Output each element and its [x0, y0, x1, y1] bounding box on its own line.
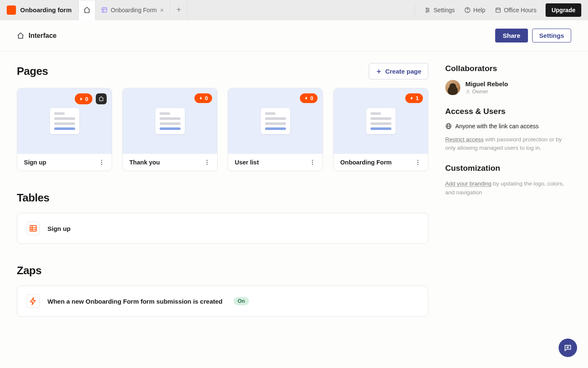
badge-count: 0 [310, 95, 313, 101]
svg-point-33 [467, 90, 469, 92]
svg-rect-0 [102, 8, 106, 12]
page-more-button[interactable] [204, 159, 210, 166]
restrict-access-link[interactable]: Restrict access [445, 136, 484, 143]
home-icon [17, 32, 24, 40]
zap-name: When a new Onboarding Form form submissi… [47, 298, 223, 305]
svg-point-19 [101, 164, 102, 164]
plus-icon: + [176, 5, 181, 15]
help-icon [464, 7, 471, 13]
chat-icon [564, 344, 572, 352]
calendar-icon [495, 7, 501, 13]
svg-point-26 [417, 160, 418, 161]
page-card-title: Onboarding Form [340, 159, 415, 166]
header-help[interactable]: Help [464, 7, 486, 13]
collaborator-name: Miguel Rebelo [465, 80, 508, 87]
home-icon [83, 6, 91, 14]
avatar [445, 80, 460, 95]
collaborator-role: Owner [465, 88, 508, 95]
svg-point-10 [467, 11, 468, 12]
header-settings[interactable]: Settings [424, 7, 455, 13]
access-description: Restrict access with password protection… [445, 135, 571, 153]
svg-point-7 [428, 9, 429, 11]
chat-fab[interactable] [559, 339, 577, 357]
badge-count: 1 [416, 95, 419, 101]
close-icon[interactable]: × [160, 6, 164, 13]
page-thumbnail: 1 [333, 88, 428, 154]
zap-status-badge: On [234, 297, 249, 305]
svg-point-23 [312, 160, 313, 161]
svg-point-17 [101, 160, 102, 161]
customization-description: Add your branding by updating the logo, … [445, 180, 571, 197]
badge-count: 0 [85, 96, 88, 102]
svg-point-6 [426, 8, 428, 9]
header-office-hours[interactable]: Office Hours [495, 7, 537, 13]
share-button[interactable]: Share [495, 29, 528, 42]
app-logo [7, 5, 16, 15]
zaps-list: When a new Onboarding Form form submissi… [17, 286, 428, 317]
create-page-button[interactable]: Create page [369, 63, 428, 79]
sliders-icon [424, 7, 431, 13]
zap-count-badge: 1 [405, 93, 423, 103]
add-branding-link[interactable]: Add your branding [445, 180, 491, 187]
page-card-title: Thank you [129, 159, 204, 166]
collaborators-heading: Collaborators [445, 64, 571, 73]
globe-icon [445, 123, 452, 130]
svg-point-8 [426, 11, 428, 12]
page-thumbnail: 0 [17, 88, 112, 154]
upgrade-button[interactable]: Upgrade [546, 3, 581, 17]
svg-rect-29 [30, 225, 37, 231]
tables-list: Sign up [17, 213, 428, 244]
access-summary: Anyone with the link can access [445, 123, 571, 130]
pages-heading: Pages [17, 65, 369, 78]
svg-point-25 [312, 164, 313, 164]
page-thumbnail: 0 [123, 88, 217, 154]
zap-icon [26, 294, 40, 308]
page-card[interactable]: 1Onboarding Form [333, 88, 428, 171]
tab-onboarding-form[interactable]: Onboarding Form × [95, 0, 170, 20]
page-card[interactable]: 0Thank you [122, 88, 218, 171]
tab-bar: Onboarding form Onboarding Form × + Sett… [0, 0, 588, 20]
app-identity: Onboarding form [0, 0, 79, 20]
tables-heading: Tables [17, 191, 428, 204]
tab-home[interactable] [79, 0, 95, 20]
svg-point-20 [207, 160, 207, 161]
zaps-heading: Zaps [17, 264, 428, 277]
home-indicator-icon [96, 93, 107, 104]
header-actions: Settings Help Office Hours Upgrade [408, 0, 588, 20]
svg-point-27 [417, 162, 418, 163]
page-more-button[interactable] [98, 159, 105, 166]
zap-count-badge: 0 [194, 93, 212, 103]
page-card[interactable]: 0Sign up [17, 88, 112, 171]
layout-icon [101, 7, 108, 13]
pages-grid: 0Sign up0Thank you0User list1Onboarding … [17, 88, 428, 171]
tab-label: Onboarding Form [111, 7, 157, 13]
table-icon [26, 222, 40, 235]
app-title: Onboarding form [20, 6, 72, 13]
page-thumbnail: 0 [228, 88, 323, 154]
svg-point-21 [207, 162, 207, 163]
svg-point-18 [101, 162, 102, 163]
plus-icon [376, 69, 382, 74]
svg-point-24 [312, 162, 313, 163]
page-more-button[interactable] [309, 159, 316, 166]
zap-count-badge: 0 [75, 93, 92, 104]
new-tab-button[interactable]: + [170, 0, 188, 20]
badge-count: 0 [205, 95, 208, 101]
table-name: Sign up [47, 225, 71, 232]
page-card-title: Sign up [24, 159, 98, 166]
page-more-button[interactable] [415, 159, 421, 166]
svg-point-22 [207, 164, 207, 164]
page-header: Interface Share Settings [0, 20, 588, 51]
collaborator-row: Miguel Rebelo Owner [445, 80, 571, 95]
zap-count-badge: 0 [300, 93, 318, 103]
svg-point-28 [417, 164, 418, 164]
settings-button[interactable]: Settings [532, 29, 571, 42]
zap-row[interactable]: When a new Onboarding Form form submissi… [17, 286, 428, 317]
svg-rect-11 [496, 8, 500, 12]
page-card[interactable]: 0User list [228, 88, 323, 171]
customization-heading: Customization [445, 164, 571, 173]
user-icon [465, 89, 470, 94]
access-heading: Access & Users [445, 107, 571, 116]
table-row[interactable]: Sign up [17, 213, 428, 244]
page-title: Interface [29, 32, 57, 40]
